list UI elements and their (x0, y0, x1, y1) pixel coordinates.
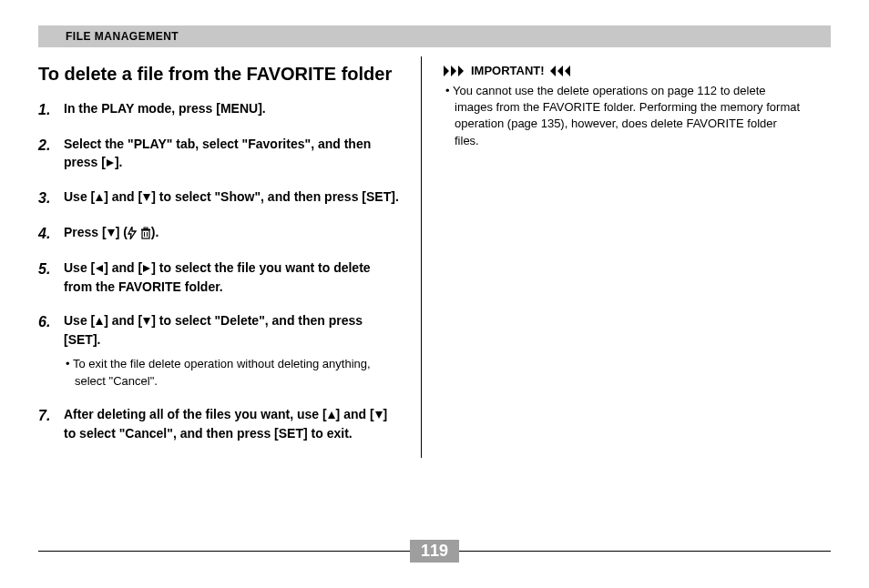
svg-marker-21 (565, 66, 570, 76)
step-number: 1. (38, 99, 60, 120)
step-item: 2.Select the "PLAY" tab, select "Favorit… (38, 135, 401, 173)
step-body: Use [] and [] to select "Delete", and th… (64, 311, 401, 390)
step-item: 4.Press [] ( ). (38, 223, 401, 244)
step-number: 7. (38, 405, 60, 426)
content-columns: To delete a file from the FAVORITE folde… (38, 56, 831, 458)
svg-marker-10 (96, 265, 103, 272)
right-triangle-icon (106, 154, 115, 172)
callout-arrows-left-icon (550, 66, 572, 76)
section-header: FILE MANAGEMENT (38, 25, 831, 47)
important-note: You cannot use the delete operations on … (455, 83, 803, 149)
right-column: IMPORTANT! You cannot use the delete ope… (421, 56, 803, 458)
svg-marker-4 (128, 227, 136, 239)
page-number: 119 (410, 540, 459, 563)
step-item: 5.Use [] and [] to select the file you w… (38, 259, 401, 297)
callout-arrows-right-icon (444, 66, 465, 76)
step-subnote: To exit the file delete operation withou… (64, 356, 401, 390)
footer-rule-left (38, 551, 410, 552)
up-triangle-icon (95, 188, 104, 207)
left-column: To delete a file from the FAVORITE folde… (38, 56, 421, 458)
left-triangle-icon (95, 259, 104, 278)
down-triangle-icon (142, 188, 151, 207)
svg-rect-5 (142, 230, 149, 238)
step-body: In the PLAY mode, press [MENU]. (64, 99, 401, 117)
svg-marker-1 (96, 194, 103, 201)
up-triangle-icon (327, 406, 336, 424)
svg-marker-12 (96, 318, 103, 325)
step-number: 4. (38, 223, 60, 244)
step-item: 3.Use [] and [] to select "Show", and th… (38, 188, 401, 208)
up-triangle-icon (95, 312, 104, 330)
step-number: 6. (38, 311, 60, 332)
important-note-list: You cannot use the delete operations on … (444, 83, 803, 149)
trash-icon (140, 224, 151, 242)
step-number: 2. (38, 135, 60, 156)
step-item: 1.In the PLAY mode, press [MENU]. (38, 99, 401, 120)
svg-marker-2 (143, 194, 150, 201)
step-body: Press [] ( ). (64, 223, 401, 242)
step-item: 7.After deleting all of the files you wa… (38, 405, 401, 443)
svg-marker-14 (328, 411, 335, 419)
svg-marker-17 (451, 66, 456, 76)
svg-marker-0 (107, 159, 114, 167)
flash-icon (128, 224, 137, 242)
important-label: IMPORTANT! (471, 64, 545, 77)
step-body: Use [] and [] to select "Show", and then… (64, 188, 401, 207)
right-triangle-icon (142, 259, 151, 278)
svg-marker-15 (375, 411, 383, 419)
svg-marker-13 (143, 318, 150, 325)
page-title: To delete a file from the FAVORITE folde… (38, 62, 401, 86)
svg-marker-19 (550, 66, 556, 76)
svg-marker-3 (107, 229, 115, 237)
page-footer: 119 (0, 540, 869, 563)
steps-list: 1.In the PLAY mode, press [MENU].2.Selec… (38, 99, 401, 443)
down-triangle-icon (107, 224, 116, 242)
step-body: After deleting all of the files you want… (64, 405, 401, 443)
section-title: FILE MANAGEMENT (66, 30, 179, 43)
down-triangle-icon (374, 406, 383, 424)
svg-marker-18 (458, 66, 464, 76)
step-body: Use [] and [] to select the file you wan… (64, 259, 401, 297)
down-triangle-icon (142, 312, 151, 330)
step-body: Select the "PLAY" tab, select "Favorites… (64, 135, 401, 173)
important-callout: IMPORTANT! (444, 64, 803, 77)
svg-marker-16 (444, 66, 449, 76)
step-item: 6.Use [] and [] to select "Delete", and … (38, 311, 401, 390)
svg-marker-20 (557, 66, 563, 76)
step-number: 5. (38, 259, 60, 279)
footer-rule-right (459, 551, 831, 552)
step-number: 3. (38, 188, 60, 208)
svg-rect-9 (144, 228, 148, 229)
svg-marker-11 (143, 265, 150, 272)
